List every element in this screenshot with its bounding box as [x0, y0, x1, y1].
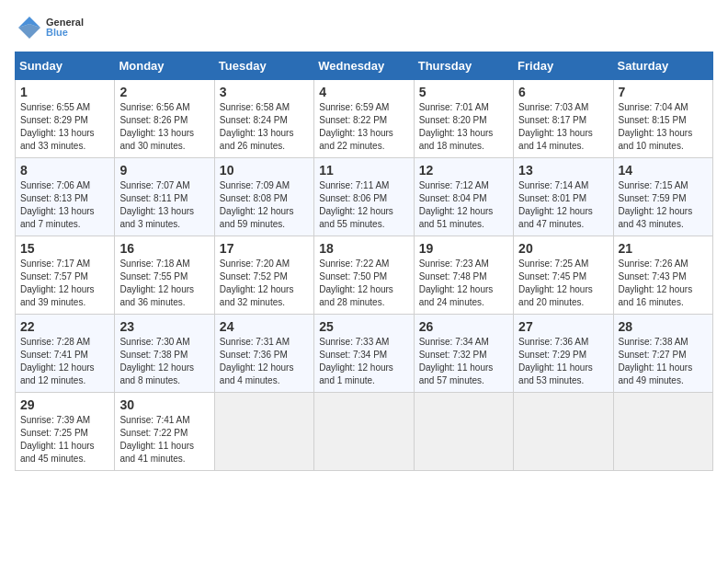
day-number: 13	[518, 163, 608, 178]
day-number: 18	[319, 241, 408, 256]
calendar-cell	[414, 393, 513, 471]
day-info: Sunrise: 7:22 AM Sunset: 7:50 PM Dayligh…	[319, 258, 408, 309]
day-info: Sunrise: 7:12 AM Sunset: 8:04 PM Dayligh…	[419, 179, 508, 231]
day-info: Sunrise: 7:36 AM Sunset: 7:29 PM Dayligh…	[518, 336, 608, 387]
logo-blue-text: Blue	[46, 28, 84, 38]
calendar-cell: 7Sunrise: 7:04 AM Sunset: 8:15 PM Daylig…	[613, 80, 712, 158]
calendar-cell: 2Sunrise: 6:56 AM Sunset: 8:26 PM Daylig…	[115, 80, 214, 158]
calendar-cell	[613, 393, 712, 471]
day-info: Sunrise: 7:18 AM Sunset: 7:55 PM Dayligh…	[119, 258, 209, 309]
day-info: Sunrise: 7:39 AM Sunset: 7:25 PM Dayligh…	[20, 414, 109, 465]
day-info: Sunrise: 7:20 AM Sunset: 7:52 PM Dayligh…	[220, 258, 309, 309]
calendar-cell: 20Sunrise: 7:25 AM Sunset: 7:45 PM Dayli…	[514, 236, 613, 315]
logo-icon	[17, 15, 42, 40]
calendar-header-row: SundayMondayTuesdayWednesdayThursdayFrid…	[16, 52, 713, 80]
day-number: 11	[319, 163, 408, 178]
day-number: 23	[119, 319, 209, 334]
day-info: Sunrise: 7:41 AM Sunset: 7:22 PM Dayligh…	[119, 414, 209, 465]
day-number: 29	[20, 397, 109, 412]
day-info: Sunrise: 7:34 AM Sunset: 7:32 PM Dayligh…	[419, 336, 508, 387]
day-info: Sunrise: 7:28 AM Sunset: 7:41 PM Dayligh…	[20, 336, 109, 387]
day-number: 15	[20, 241, 109, 256]
day-number: 12	[419, 163, 508, 178]
day-info: Sunrise: 7:38 AM Sunset: 7:27 PM Dayligh…	[619, 336, 708, 387]
day-info: Sunrise: 7:04 AM Sunset: 8:15 PM Dayligh…	[619, 101, 708, 153]
calendar-cell	[514, 393, 613, 471]
day-number: 14	[619, 163, 708, 178]
calendar-cell: 14Sunrise: 7:15 AM Sunset: 7:59 PM Dayli…	[613, 158, 712, 236]
day-info: Sunrise: 7:09 AM Sunset: 8:08 PM Dayligh…	[220, 179, 309, 231]
calendar-cell: 15Sunrise: 7:17 AM Sunset: 7:57 PM Dayli…	[16, 236, 115, 315]
day-number: 7	[619, 85, 708, 99]
day-info: Sunrise: 7:03 AM Sunset: 8:17 PM Dayligh…	[518, 101, 608, 153]
calendar-header-saturday: Saturday	[613, 52, 712, 80]
day-info: Sunrise: 6:58 AM Sunset: 8:24 PM Dayligh…	[220, 101, 309, 153]
calendar-cell: 17Sunrise: 7:20 AM Sunset: 7:52 PM Dayli…	[214, 236, 313, 315]
calendar-cell: 5Sunrise: 7:01 AM Sunset: 8:20 PM Daylig…	[414, 80, 513, 158]
calendar-cell: 12Sunrise: 7:12 AM Sunset: 8:04 PM Dayli…	[414, 158, 513, 236]
day-info: Sunrise: 7:26 AM Sunset: 7:43 PM Dayligh…	[619, 258, 708, 309]
day-number: 16	[119, 241, 209, 256]
day-info: Sunrise: 7:31 AM Sunset: 7:36 PM Dayligh…	[220, 336, 309, 387]
calendar-cell: 9Sunrise: 7:07 AM Sunset: 8:11 PM Daylig…	[115, 158, 214, 236]
calendar-cell: 25Sunrise: 7:33 AM Sunset: 7:34 PM Dayli…	[314, 315, 414, 393]
day-info: Sunrise: 7:17 AM Sunset: 7:57 PM Dayligh…	[20, 258, 109, 309]
day-number: 24	[220, 319, 309, 334]
calendar-cell: 29Sunrise: 7:39 AM Sunset: 7:25 PM Dayli…	[16, 393, 115, 471]
day-info: Sunrise: 6:59 AM Sunset: 8:22 PM Dayligh…	[319, 101, 408, 153]
calendar-cell: 18Sunrise: 7:22 AM Sunset: 7:50 PM Dayli…	[314, 236, 414, 315]
day-number: 10	[220, 163, 309, 178]
day-info: Sunrise: 7:30 AM Sunset: 7:38 PM Dayligh…	[119, 336, 209, 387]
calendar-week-1: 1Sunrise: 6:55 AM Sunset: 8:29 PM Daylig…	[16, 80, 713, 158]
day-number: 9	[119, 163, 209, 178]
day-number: 5	[419, 85, 508, 99]
day-number: 22	[20, 319, 109, 334]
page-header: General Blue	[15, 15, 713, 40]
calendar-cell: 6Sunrise: 7:03 AM Sunset: 8:17 PM Daylig…	[514, 80, 613, 158]
day-number: 4	[319, 85, 408, 99]
calendar-cell: 22Sunrise: 7:28 AM Sunset: 7:41 PM Dayli…	[16, 315, 115, 393]
day-info: Sunrise: 7:11 AM Sunset: 8:06 PM Dayligh…	[319, 179, 408, 231]
calendar-header-sunday: Sunday	[16, 52, 115, 80]
day-number: 25	[319, 319, 408, 334]
calendar-week-5: 29Sunrise: 7:39 AM Sunset: 7:25 PM Dayli…	[16, 393, 713, 471]
day-info: Sunrise: 7:01 AM Sunset: 8:20 PM Dayligh…	[419, 101, 508, 153]
calendar-cell: 13Sunrise: 7:14 AM Sunset: 8:01 PM Dayli…	[514, 158, 613, 236]
calendar-table: SundayMondayTuesdayWednesdayThursdayFrid…	[15, 52, 713, 471]
day-number: 20	[518, 241, 608, 256]
calendar-cell: 23Sunrise: 7:30 AM Sunset: 7:38 PM Dayli…	[115, 315, 214, 393]
day-number: 19	[419, 241, 508, 256]
calendar-cell: 27Sunrise: 7:36 AM Sunset: 7:29 PM Dayli…	[514, 315, 613, 393]
calendar-week-3: 15Sunrise: 7:17 AM Sunset: 7:57 PM Dayli…	[16, 236, 713, 315]
day-number: 3	[220, 85, 309, 99]
day-info: Sunrise: 7:06 AM Sunset: 8:13 PM Dayligh…	[20, 179, 109, 231]
calendar-header-wednesday: Wednesday	[314, 52, 414, 80]
day-number: 27	[518, 319, 608, 334]
calendar-cell: 4Sunrise: 6:59 AM Sunset: 8:22 PM Daylig…	[314, 80, 414, 158]
day-number: 17	[220, 241, 309, 256]
day-number: 28	[619, 319, 708, 334]
calendar-cell: 28Sunrise: 7:38 AM Sunset: 7:27 PM Dayli…	[613, 315, 712, 393]
day-number: 1	[20, 85, 109, 99]
calendar-cell: 8Sunrise: 7:06 AM Sunset: 8:13 PM Daylig…	[16, 158, 115, 236]
day-info: Sunrise: 6:56 AM Sunset: 8:26 PM Dayligh…	[119, 101, 209, 153]
calendar-week-4: 22Sunrise: 7:28 AM Sunset: 7:41 PM Dayli…	[16, 315, 713, 393]
calendar-cell: 21Sunrise: 7:26 AM Sunset: 7:43 PM Dayli…	[613, 236, 712, 315]
day-number: 30	[119, 397, 209, 412]
day-number: 8	[20, 163, 109, 178]
calendar-cell: 26Sunrise: 7:34 AM Sunset: 7:32 PM Dayli…	[414, 315, 513, 393]
calendar-cell: 30Sunrise: 7:41 AM Sunset: 7:22 PM Dayli…	[115, 393, 214, 471]
logo: General Blue	[15, 15, 84, 40]
calendar-cell: 16Sunrise: 7:18 AM Sunset: 7:55 PM Dayli…	[115, 236, 214, 315]
calendar-header-monday: Monday	[115, 52, 214, 80]
calendar-cell: 19Sunrise: 7:23 AM Sunset: 7:48 PM Dayli…	[414, 236, 513, 315]
calendar-cell: 11Sunrise: 7:11 AM Sunset: 8:06 PM Dayli…	[314, 158, 414, 236]
day-info: Sunrise: 7:07 AM Sunset: 8:11 PM Dayligh…	[119, 179, 209, 231]
day-info: Sunrise: 7:15 AM Sunset: 7:59 PM Dayligh…	[619, 179, 708, 231]
calendar-cell	[214, 393, 313, 471]
calendar-cell: 1Sunrise: 6:55 AM Sunset: 8:29 PM Daylig…	[16, 80, 115, 158]
calendar-header-friday: Friday	[514, 52, 613, 80]
day-info: Sunrise: 7:33 AM Sunset: 7:34 PM Dayligh…	[319, 336, 408, 387]
day-info: Sunrise: 6:55 AM Sunset: 8:29 PM Dayligh…	[20, 101, 109, 153]
calendar-cell: 10Sunrise: 7:09 AM Sunset: 8:08 PM Dayli…	[214, 158, 313, 236]
